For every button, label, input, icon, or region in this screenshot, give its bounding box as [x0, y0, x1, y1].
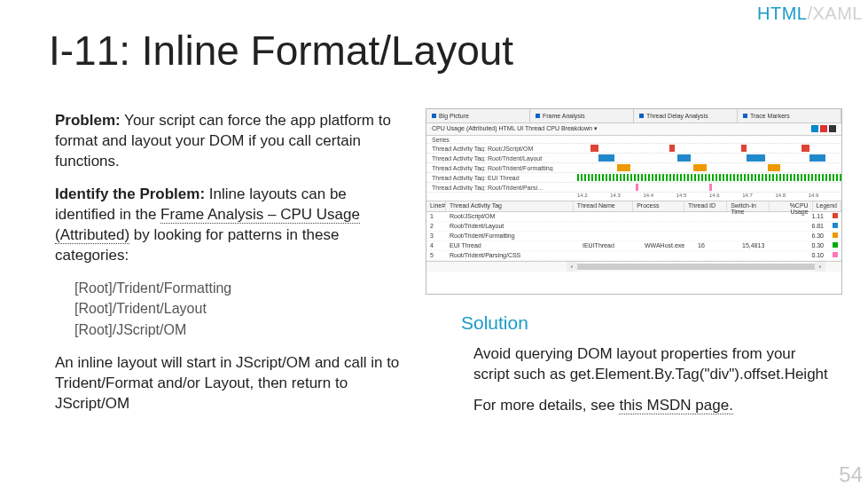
tab-frame-analysis: Frame Analysis	[530, 109, 634, 122]
category-item: [Root]/Trident/Layout	[74, 299, 410, 319]
thread-row: Thread Activity Tag: Root/Trident/Parsi…	[426, 183, 841, 193]
identify-label: Identify the Problem:	[55, 185, 205, 202]
category-item: [Root]/Trident/Formatting	[74, 279, 410, 298]
table-row: 4EUI ThreadIEUIThreadWWAHost.exe1615,481…	[426, 241, 841, 251]
thread-row: Thread Activity Tag: EUI Thread	[426, 173, 841, 183]
table-header: Line# Thread Activity Tag Thread Name Pr…	[426, 201, 841, 212]
scroll-left-icon: ‹	[567, 262, 577, 272]
table-row: 2Root/Trident/Layout6.81	[426, 222, 841, 232]
page-number: 54	[839, 462, 863, 487]
series-label-row: Series	[426, 136, 841, 144]
left-column: Problem: Your script can force the app p…	[55, 111, 410, 427]
profiler-screenshot: Big Picture Frame Analysis Thread Delay …	[426, 108, 842, 295]
screenshot-tabs: Big Picture Frame Analysis Thread Delay …	[426, 109, 841, 123]
msdn-link: this MSDN page.	[619, 397, 733, 414]
subhead-icons	[809, 125, 836, 133]
horizontal-scrollbar: ‹ ›	[426, 261, 841, 272]
table-row: 5Root/Trident/Parsing/CSS0.10	[426, 251, 841, 261]
table-rows: 1Root/JScript/OM1.112Root/Trident/Layout…	[426, 212, 841, 261]
problem-label: Problem:	[55, 112, 121, 129]
table-row: 3Root/Trident/Formatting6.30	[426, 232, 841, 241]
category-item: [Root]/JScript/OM	[74, 320, 410, 340]
screenshot-subhead: CPU Usage (Attributed) HTML UI Thread CP…	[426, 123, 841, 136]
subhead-left: CPU Usage (Attributed) HTML UI Thread CP…	[432, 125, 598, 133]
identify-paragraph: Identify the Problem: Inline layouts can…	[55, 185, 410, 266]
more-pre: For more details, see	[473, 397, 619, 414]
html-part: HTML	[757, 4, 807, 23]
solution-text: Avoid querying DOM layout properties fro…	[473, 344, 832, 385]
thread-row: Thread Activity Tag: Root/Trident/Layout	[426, 154, 841, 163]
right-column: Solution Avoid querying DOM layout prope…	[461, 311, 832, 427]
thread-row: Thread Activity Tag: Root/JScript/OM	[426, 144, 841, 154]
solution-heading: Solution	[461, 311, 832, 335]
tab-thread-delay: Thread Delay Analysis	[634, 109, 738, 122]
categories-list: [Root]/Trident/Formatting [Root]/Trident…	[74, 279, 410, 340]
more-details: For more details, see this MSDN page.	[473, 396, 832, 416]
xaml-part: /XAML	[807, 4, 863, 23]
table-row: 1Root/JScript/OM1.11	[426, 212, 841, 222]
scroll-right-icon: ›	[815, 262, 825, 272]
corner-label: HTML/XAML	[757, 4, 863, 24]
inline-paragraph: An inline layout will start in JScript/O…	[55, 353, 410, 414]
tab-big-picture: Big Picture	[426, 109, 530, 122]
scroll-thumb	[577, 264, 815, 270]
time-axis: 14.214.314.414.514.614.714.814.9	[426, 193, 841, 201]
thread-row: Thread Activity Tag: Root/Trident/Format…	[426, 163, 841, 173]
problem-paragraph: Problem: Your script can force the app p…	[55, 111, 410, 172]
tab-trace-markers: Trace Markers	[738, 109, 841, 122]
page-title: I-11: Inline Format/Layout	[49, 27, 513, 75]
